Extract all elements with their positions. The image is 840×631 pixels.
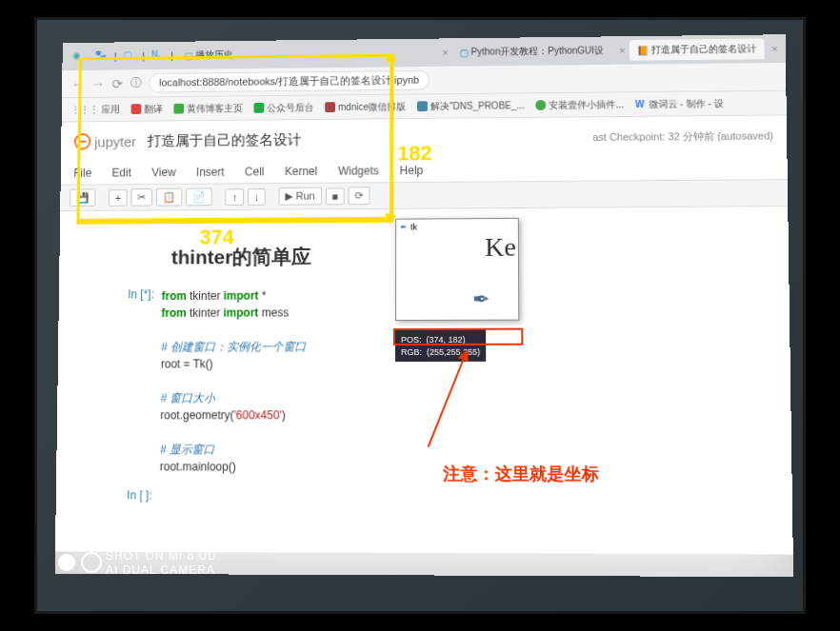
- tab-notebook[interactable]: 📙 打造属于自己的签名设计: [629, 38, 764, 60]
- camera-watermark: SHOT ON MI 8 UD AI DUAL CAMERA: [106, 549, 217, 579]
- laptop-screen: ◉ 🐾 | ▢ | N. | ▢ 播放历史 × ▢ Python开发教程：Pyt…: [55, 34, 794, 577]
- bookmark-icon: [131, 104, 142, 114]
- tab-python[interactable]: ▢ Python开发教程：PythonGUI设: [452, 40, 611, 62]
- url-field[interactable]: localhost:8888/notebooks/打造属于自己的签名设计.ipy…: [149, 70, 430, 93]
- divider: |: [114, 51, 117, 62]
- watermark-ring-icon: [81, 552, 102, 573]
- watermark-line1: SHOT ON MI 8 UD: [106, 549, 217, 564]
- bookmark-icon: W: [635, 99, 646, 109]
- tab-label: 打造属于自己的签名设计: [650, 42, 756, 56]
- paste-button[interactable]: 📄: [187, 187, 213, 206]
- divider: |: [142, 50, 145, 61]
- menu-kernel[interactable]: Kernel: [285, 165, 317, 178]
- divider: |: [170, 50, 173, 61]
- feather-icon: ✒: [472, 287, 490, 312]
- ke-text: Ke: [485, 232, 516, 263]
- bookmark-icon: [254, 103, 265, 113]
- code-content: [159, 488, 163, 505]
- bookmark-wordcloud[interactable]: W微词云 - 制作 - 设: [635, 97, 724, 111]
- dimension-y: 182: [397, 141, 431, 166]
- close-icon[interactable]: ×: [442, 47, 448, 58]
- rgb-label: RGB:: [401, 347, 422, 357]
- menu-edit[interactable]: Edit: [112, 166, 131, 179]
- bookmark-icon: [173, 104, 184, 114]
- bookmark-mdnice[interactable]: mdnice微信排版: [325, 100, 406, 114]
- browser-icon: ◉: [72, 50, 86, 64]
- tk-window[interactable]: ✒ tk Ke ✒: [395, 218, 519, 321]
- bookmark-plugin[interactable]: 安装壹伴小插件...: [536, 98, 624, 112]
- save-button[interactable]: 💾: [70, 188, 96, 207]
- jupyter-icon: 📙: [636, 45, 648, 55]
- tab-history[interactable]: ▢ 播放历史: [177, 45, 241, 66]
- close-icon[interactable]: ×: [771, 43, 778, 54]
- forward-button[interactable]: →: [91, 76, 105, 91]
- reload-button[interactable]: ⟳: [111, 76, 123, 91]
- logo-text: jupyter: [94, 133, 136, 149]
- tk-title-text: tk: [410, 223, 417, 232]
- move-up-button[interactable]: ↑: [226, 188, 244, 206]
- python-icon: ▢: [460, 47, 469, 57]
- menu-widgets[interactable]: Widgets: [338, 164, 379, 177]
- vertical-arrow: [390, 54, 392, 223]
- menu-cell[interactable]: Cell: [245, 165, 264, 178]
- cell-prompt: In [*]:: [103, 287, 161, 475]
- annotation-text: 注意：这里就是坐标: [443, 463, 599, 486]
- paw-icon: 🐾: [94, 49, 108, 63]
- bookmark-icon: [417, 101, 428, 111]
- copy-button[interactable]: 📋: [156, 188, 183, 207]
- bookmark-icon: [536, 100, 547, 110]
- close-icon[interactable]: ×: [619, 45, 626, 56]
- watermark-dot-icon: [58, 554, 75, 571]
- apps-button[interactable]: ⋮⋮⋮应用: [70, 103, 120, 116]
- bookmark-icon: [325, 102, 335, 112]
- menu-insert[interactable]: Insert: [196, 165, 225, 178]
- code-content: from tkinter import * from tkinter impor…: [160, 287, 307, 476]
- jupyter-logo[interactable]: jupyter: [74, 132, 136, 149]
- add-cell-button[interactable]: +: [109, 189, 128, 207]
- bookmark-dns[interactable]: 解决"DNS_PROBE_...: [417, 99, 524, 113]
- checkpoint-text: ast Checkpoint: 32 分钟前 (autosaved): [592, 128, 773, 145]
- feather-icon: ✒: [400, 223, 408, 232]
- restart-button[interactable]: ⟳: [349, 187, 370, 205]
- grid-icon: ⋮⋮⋮: [70, 105, 98, 115]
- move-down-button[interactable]: ↓: [248, 188, 266, 206]
- stop-button[interactable]: ■: [326, 187, 345, 205]
- n-icon: N.: [151, 49, 165, 63]
- info-icon[interactable]: ⓘ: [130, 75, 142, 91]
- bookmark-translate[interactable]: 翻译: [131, 103, 163, 116]
- notebook-title[interactable]: 打造属于自己的签名设计: [148, 130, 302, 149]
- tk-content: Ke ✒: [396, 234, 518, 320]
- tab-label: 播放历史: [195, 49, 232, 62]
- jupyter-icon: [74, 133, 91, 150]
- tab-label: Python开发教程：PythonGUI设: [471, 44, 604, 58]
- tv-icon: ▢: [123, 49, 136, 63]
- menu-file[interactable]: File: [73, 166, 91, 179]
- tv-icon: ▢: [184, 50, 192, 61]
- code-cell-empty[interactable]: In [ ]:: [103, 488, 792, 507]
- photo-frame: ◉ 🐾 | ▢ | N. | ▢ 播放历史 × ▢ Python开发教程：Pyt…: [34, 17, 806, 614]
- dimension-x: 374: [199, 226, 233, 250]
- cell-prompt: In [ ]:: [103, 488, 160, 505]
- cut-button[interactable]: ✂: [131, 188, 153, 207]
- highlight-box: [393, 328, 523, 345]
- bookmark-wechat[interactable]: 公众号后台: [254, 101, 314, 114]
- menu-view[interactable]: View: [151, 166, 175, 179]
- bookmark-blog[interactable]: 黄伟博客主页: [173, 102, 242, 115]
- back-button[interactable]: ←: [71, 76, 85, 91]
- run-button[interactable]: ▶ Run: [279, 187, 322, 206]
- watermark-line2: AI DUAL CAMERA: [106, 563, 217, 579]
